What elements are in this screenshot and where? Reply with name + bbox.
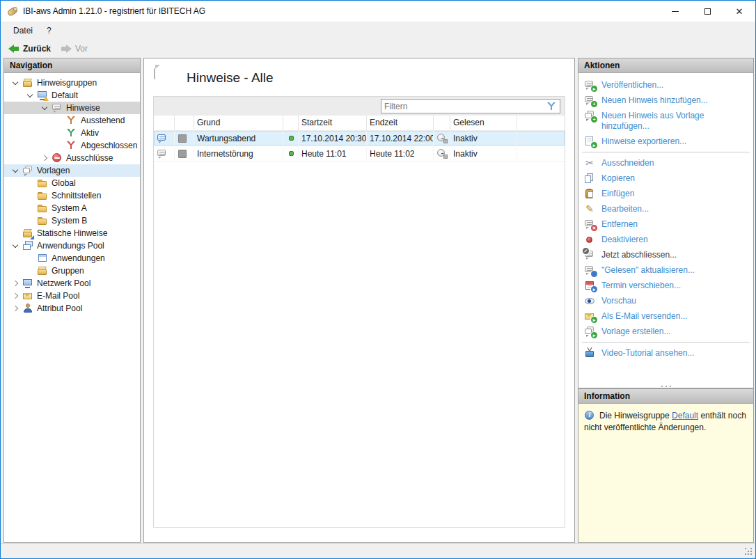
close-button[interactable]: ✕: [723, 1, 755, 22]
menu-item-help[interactable]: ?: [40, 23, 58, 38]
status-dot-green-icon: [286, 133, 297, 144]
nav-item-hinweisgruppen[interactable]: Hinweisgruppen: [4, 77, 140, 89]
edit-icon: ✎: [584, 203, 595, 214]
nav-item-default[interactable]: Default: [4, 89, 140, 102]
action-jetzt-abschliessen[interactable]: ✓Jetzt abschliessen...: [578, 247, 753, 262]
action-gelesen-aktualisieren[interactable]: "Gelesen" aktualisieren...: [578, 262, 753, 278]
square-icon: [178, 133, 189, 144]
add-hint-from-template-icon: +: [584, 110, 595, 121]
nav-item-aktiv[interactable]: Aktiv: [4, 127, 140, 139]
hints-table: GrundStartzeitEndzeitGelesen Wartungsabe…: [153, 96, 565, 528]
minimize-button[interactable]: [659, 1, 691, 22]
column-header-icon[interactable]: [154, 116, 175, 130]
action-bearbeiten[interactable]: ✎Bearbeiten...: [578, 201, 753, 216]
maximize-button[interactable]: [691, 1, 723, 22]
app-window: IBI-aws Admin 1.21.0 - registriert für I…: [0, 0, 756, 559]
column-header-endzeit[interactable]: Endzeit: [367, 116, 434, 130]
column-header-icon[interactable]: [283, 116, 299, 130]
action-hinweise-exportieren[interactable]: ▸Hinweise exportieren...: [578, 134, 753, 149]
action-vorschau[interactable]: Vorschau: [578, 293, 753, 308]
video-tutorial-icon: [584, 347, 595, 359]
action-neuen-hinweis-aus-vorlage-hinzuf-gen[interactable]: +Neuen Hinweis aus Vorlage hinzufügen...: [578, 108, 753, 134]
status-dot-green-icon: [286, 148, 297, 159]
action-vorlage-erstellen[interactable]: ▸Vorlage erstellen...: [578, 324, 753, 339]
actions-list: ▸Veröffentlichen...+Neuen Hinweis hinzuf…: [578, 73, 753, 361]
cell-icon: [434, 146, 450, 162]
actions-separator: [582, 152, 750, 152]
cell-icon: [283, 131, 299, 146]
filter-input[interactable]: [381, 102, 546, 111]
column-header-grund[interactable]: Grund: [194, 116, 283, 130]
chevron-down-icon: [23, 94, 37, 97]
nav-item-label: Aktiv: [81, 128, 99, 138]
paste-icon: [584, 188, 595, 199]
main-title-row: Hinweise - Alle: [144, 58, 574, 87]
action-label: Neuen Hinweis aus Vorlage hinzufügen...: [601, 110, 749, 132]
nav-item-e-mail-pool[interactable]: E-Mail Pool: [4, 290, 140, 302]
table-row-wartungsabend[interactable]: Wartungsabend17.10.2014 20:3017.10.2014 …: [154, 131, 565, 146]
action-video-tutorial-ansehen[interactable]: Video-Tutorial ansehen...: [578, 345, 753, 361]
action-entfernen[interactable]: ✕Entfernen: [578, 216, 753, 232]
action-label: Neuen Hinweis hinzufügen...: [601, 95, 708, 106]
table-body: Wartungsabend17.10.2014 20:3017.10.2014 …: [154, 131, 565, 162]
actions-panel: Aktionen ▸Veröffentlichen...+Neuen Hinwe…: [578, 58, 754, 388]
nav-item-system-b[interactable]: System B: [4, 214, 140, 227]
nav-item-label: Vorlagen: [37, 166, 70, 175]
menu-item-datei[interactable]: Datei: [6, 23, 40, 38]
action-ver-ffentlichen[interactable]: ▸Veröffentlichen...: [578, 77, 753, 93]
nav-item-ausschl-sse[interactable]: Ausschlüsse: [4, 152, 140, 164]
back-button[interactable]: Zurück: [3, 42, 56, 56]
nav-item-gruppen[interactable]: Gruppen: [4, 265, 140, 277]
column-header-startzeit[interactable]: Startzeit: [299, 116, 367, 130]
panel-splitter-handle[interactable]: [578, 381, 753, 387]
action-label: Vorlage erstellen...: [601, 326, 670, 337]
nav-item-anwendungs-pool[interactable]: Anwendungs Pool: [4, 239, 140, 252]
action-ausschneiden[interactable]: ✂Ausschneiden: [578, 155, 753, 171]
cut-icon: ✂: [584, 157, 595, 168]
nav-item-vorlagen[interactable]: Vorlagen: [4, 164, 140, 177]
filter-funnel-icon: [546, 101, 558, 112]
nav-item-global[interactable]: Global: [4, 177, 140, 189]
column-header-icon[interactable]: [175, 116, 194, 130]
action-deaktivieren[interactable]: Deaktivieren: [578, 232, 753, 247]
action-einf-gen[interactable]: Einfügen: [578, 186, 753, 201]
nav-item-anwendungen[interactable]: Anwendungen: [4, 252, 140, 265]
send-email-icon: ▸: [584, 310, 595, 322]
nav-item-statische-hinweise[interactable]: Statische Hinweise: [4, 227, 140, 239]
cell-startzeit: Heute 11:01: [299, 146, 367, 162]
remove-icon: ✕: [584, 219, 595, 230]
chevron-down-icon: [38, 107, 52, 109]
nav-item-ausstehend[interactable]: Ausstehend: [4, 114, 140, 127]
nav-item-system-a[interactable]: System A: [4, 202, 140, 214]
hint-groups-icon: [22, 77, 33, 88]
nav-item-netzwerk-pool[interactable]: Netzwerk Pool: [4, 277, 140, 290]
nav-item-attribut-pool[interactable]: Attribut Pool: [4, 302, 140, 315]
action-als-e-mail-versenden[interactable]: ▸Als E-Mail versenden...: [578, 308, 753, 324]
action-kopieren[interactable]: Kopieren: [578, 171, 753, 186]
cell-grund: Internetstörung: [194, 146, 283, 162]
info-icon: [584, 410, 595, 421]
workspace: Navigation HinweisgruppenDefaultHinweise…: [1, 58, 755, 543]
folder-icon: [37, 215, 48, 226]
column-header-icon[interactable]: [434, 116, 450, 130]
nav-item-schnittstellen[interactable]: Schnittstellen: [4, 189, 140, 202]
application-pool-icon: [22, 240, 33, 251]
resize-grip[interactable]: [745, 548, 753, 556]
square-icon: [178, 148, 189, 159]
navigation-panel: Navigation HinweisgruppenDefaultHinweise…: [3, 58, 141, 543]
actions-header: Aktionen: [578, 58, 753, 73]
action-termin-verschieben[interactable]: ▸Termin verschieben...: [578, 278, 753, 293]
finish-now-icon: ✓: [584, 249, 595, 260]
nav-item-abgeschlossen[interactable]: Abgeschlossen: [4, 139, 140, 152]
update-read-icon: [584, 265, 595, 276]
hint-group-link[interactable]: Default: [672, 411, 698, 420]
nav-item-hinweise[interactable]: Hinweise: [4, 102, 140, 114]
hint-icon: [157, 148, 168, 159]
action-neuen-hinweis-hinzuf-gen[interactable]: +Neuen Hinweis hinzufügen...: [578, 93, 753, 108]
forward-button[interactable]: Vor: [56, 42, 93, 56]
table-row-internetst-rung[interactable]: InternetstörungHeute 11:01Heute 11:02Ina…: [154, 146, 565, 162]
clock-icon: [436, 133, 448, 144]
static-hints-icon: [22, 228, 33, 239]
column-header-gelesen[interactable]: Gelesen: [450, 116, 517, 130]
filter-completed-icon: [66, 140, 77, 151]
